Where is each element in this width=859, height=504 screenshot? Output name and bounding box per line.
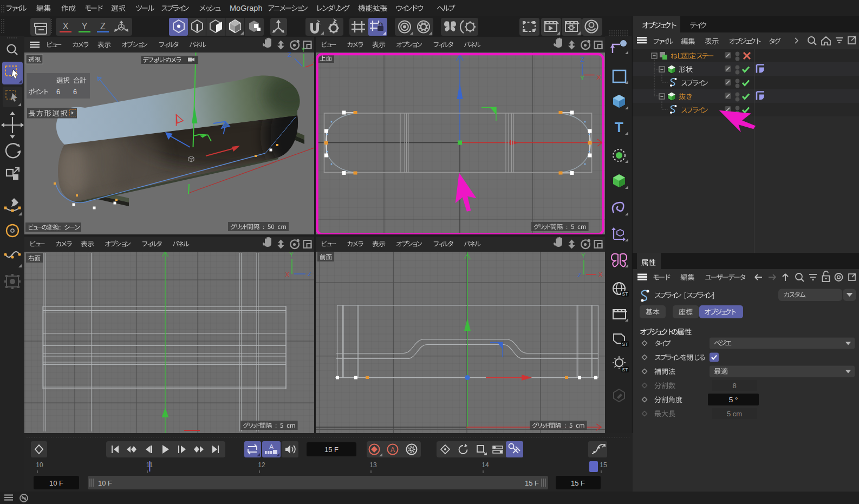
svg-text:12: 12 — [258, 461, 265, 469]
svg-text:5 cm: 5 cm — [727, 410, 742, 418]
svg-text:X: X — [597, 74, 601, 81]
svg-text:MoGraph: MoGraph — [230, 4, 262, 12]
svg-text:6: 6 — [56, 88, 60, 96]
svg-text:Z: Z — [100, 22, 106, 31]
svg-text:A: A — [391, 446, 395, 454]
svg-text:Z: Z — [577, 272, 581, 278]
svg-text:Y: Y — [580, 75, 584, 81]
svg-text:Z: Z — [580, 56, 584, 63]
svg-text:ST: ST — [622, 342, 628, 347]
svg-text:ST: ST — [622, 291, 628, 297]
svg-text:6: 6 — [73, 88, 77, 96]
svg-text:Y: Y — [301, 47, 305, 53]
svg-text:14: 14 — [481, 461, 489, 469]
svg-text:10 F: 10 F — [98, 479, 112, 487]
svg-text:8: 8 — [732, 382, 736, 390]
svg-text:15: 15 — [600, 461, 607, 469]
svg-text:Y: Y — [82, 22, 88, 31]
svg-text:15 F: 15 F — [324, 446, 339, 454]
svg-text:X: X — [598, 271, 603, 278]
svg-text:15 F: 15 F — [571, 479, 585, 487]
svg-text:X: X — [285, 271, 290, 278]
svg-text:A: A — [269, 443, 274, 450]
svg-text:Y: Y — [289, 251, 294, 258]
svg-text:ST: ST — [622, 367, 628, 372]
svg-text:13: 13 — [369, 461, 377, 469]
svg-text:5 °: 5 ° — [729, 396, 738, 404]
svg-text:10: 10 — [36, 461, 43, 469]
svg-text:Z: Z — [288, 51, 291, 58]
svg-text:15 F: 15 F — [525, 479, 539, 487]
svg-text:Y: Y — [581, 252, 585, 259]
svg-text:T: T — [615, 119, 623, 135]
svg-text:X: X — [63, 22, 69, 31]
svg-text:Z: Z — [308, 271, 311, 277]
svg-text:10 F: 10 F — [49, 479, 63, 487]
